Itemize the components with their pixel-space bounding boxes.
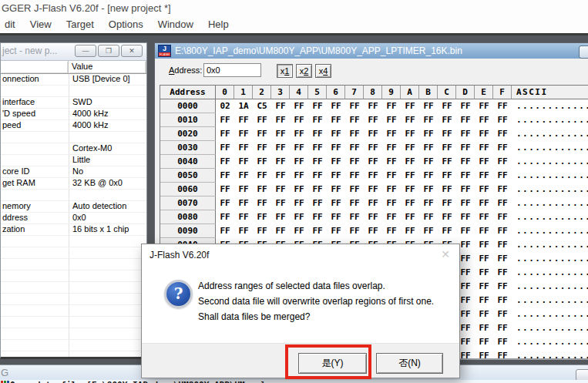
hex-byte-cell[interactable]: FF <box>345 183 364 197</box>
project-setting-row[interactable] <box>1 190 146 201</box>
hex-byte-cell[interactable]: FF <box>216 169 234 183</box>
hex-byte-cell[interactable]: FF <box>401 224 419 238</box>
restore-button[interactable]: ❐ <box>98 45 119 57</box>
hex-byte-cell[interactable]: FF <box>234 224 253 238</box>
hex-byte-cell[interactable]: FF <box>234 183 253 197</box>
hex-byte-cell[interactable]: FF <box>308 210 327 224</box>
hex-byte-cell[interactable]: FF <box>475 210 493 224</box>
zoom-x2-button[interactable]: x2 <box>296 64 312 78</box>
hex-byte-cell[interactable]: FF <box>438 113 456 127</box>
hex-byte-cell[interactable]: FF <box>438 127 456 141</box>
hex-byte-cell[interactable]: FF <box>493 266 512 280</box>
hex-byte-cell[interactable]: FF <box>419 113 438 127</box>
menu-item-dit[interactable]: dit <box>5 18 15 30</box>
project-setting-row[interactable] <box>1 270 146 282</box>
project-window-titlebar[interactable]: ject - new p... — ❐ ✕ <box>1 43 146 61</box>
hex-byte-cell[interactable]: FF <box>271 113 290 127</box>
project-setting-row[interactable]: ddress0x0 <box>1 213 146 224</box>
hex-byte-cell[interactable]: FF <box>401 183 419 197</box>
hex-byte-cell[interactable]: FF <box>401 155 419 169</box>
hex-byte-cell[interactable]: FF <box>327 197 345 210</box>
hex-byte-cell[interactable]: FF <box>456 141 475 155</box>
no-button[interactable]: 否(N) <box>376 353 443 374</box>
project-setting-row[interactable] <box>1 236 146 247</box>
hex-byte-cell[interactable]: FF <box>271 183 290 197</box>
hex-byte-cell[interactable]: FF <box>345 224 364 238</box>
column-header-name[interactable] <box>1 61 69 73</box>
hex-byte-cell[interactable]: FF <box>216 141 234 155</box>
hex-byte-cell[interactable]: FF <box>493 210 512 224</box>
hex-byte-cell[interactable]: FF <box>308 183 327 197</box>
hex-byte-cell[interactable]: FF <box>419 210 438 224</box>
project-setting-row[interactable] <box>1 351 146 359</box>
hex-byte-cell[interactable]: FF <box>493 238 512 252</box>
hex-byte-cell[interactable]: FF <box>345 141 364 155</box>
hex-byte-cell[interactable]: FF <box>475 307 493 321</box>
hex-byte-cell[interactable]: FF <box>345 99 364 113</box>
project-setting-row[interactable] <box>1 294 146 305</box>
zoom-x4-button[interactable]: x4 <box>315 64 331 78</box>
hex-byte-cell[interactable]: FF <box>308 141 327 155</box>
hex-byte-cell[interactable]: FF <box>253 155 271 169</box>
hex-byte-cell[interactable]: FF <box>216 155 234 169</box>
hex-byte-cell[interactable]: FF <box>493 224 512 238</box>
hex-byte-cell[interactable]: FF <box>271 99 290 113</box>
hex-byte-cell[interactable]: FF <box>419 155 438 169</box>
project-setting-row[interactable]: Little <box>1 155 146 166</box>
hex-byte-cell[interactable]: FF <box>456 224 475 238</box>
hex-byte-cell[interactable]: FF <box>234 169 253 183</box>
hex-byte-cell[interactable]: FF <box>290 113 308 127</box>
hex-byte-cell[interactable]: FF <box>364 127 382 141</box>
menu-item-help[interactable]: Help <box>208 18 229 30</box>
hex-byte-cell[interactable]: FF <box>475 197 493 210</box>
hex-byte-cell[interactable]: FF <box>438 197 456 210</box>
hex-byte-cell[interactable]: FF <box>493 252 512 266</box>
hex-byte-cell[interactable]: FF <box>290 197 308 210</box>
close-icon[interactable]: ✕ <box>441 248 450 260</box>
close-button[interactable]: ✕ <box>121 45 143 57</box>
project-setting-row[interactable]: 'D speed4000 kHz <box>1 109 146 120</box>
hex-byte-cell[interactable]: FF <box>493 307 512 321</box>
project-setting-row[interactable] <box>1 317 146 328</box>
hex-byte-cell[interactable]: 02 <box>216 99 234 113</box>
hex-byte-cell[interactable]: FF <box>345 127 364 141</box>
hex-byte-cell[interactable]: FF <box>456 113 475 127</box>
hex-byte-cell[interactable]: FF <box>456 127 475 141</box>
hex-byte-cell[interactable]: FF <box>327 141 345 155</box>
hex-byte-cell[interactable]: FF <box>327 99 345 113</box>
hex-byte-cell[interactable]: FF <box>327 127 345 141</box>
zoom-x1-button[interactable]: x1 <box>277 64 293 78</box>
hex-byte-cell[interactable]: FF <box>327 169 345 183</box>
hex-byte-cell[interactable]: FF <box>382 99 401 113</box>
hex-byte-cell[interactable]: FF <box>419 197 438 210</box>
project-setting-row[interactable]: core IDNo <box>1 166 146 178</box>
hex-byte-cell[interactable]: FF <box>401 197 419 210</box>
hex-byte-cell[interactable]: FF <box>234 127 253 141</box>
hex-byte-cell[interactable]: FF <box>308 224 327 238</box>
hex-byte-cell[interactable]: FF <box>345 155 364 169</box>
project-setting-row[interactable] <box>1 340 146 351</box>
hex-byte-cell[interactable]: FF <box>327 155 345 169</box>
hex-byte-cell[interactable]: FF <box>290 210 308 224</box>
project-setting-row[interactable] <box>1 282 146 294</box>
hex-byte-cell[interactable]: FF <box>493 113 512 127</box>
hex-byte-cell[interactable]: FF <box>364 224 382 238</box>
hex-byte-cell[interactable]: FF <box>438 224 456 238</box>
hex-byte-cell[interactable]: FF <box>253 210 271 224</box>
hex-byte-cell[interactable]: FF <box>216 183 234 197</box>
hex-byte-cell[interactable]: FF <box>364 113 382 127</box>
project-setting-row[interactable]: peed4000 kHz <box>1 120 146 132</box>
hex-byte-cell[interactable]: FF <box>493 321 512 335</box>
column-header-value[interactable]: Value <box>69 61 146 73</box>
hex-byte-cell[interactable]: FF <box>234 141 253 155</box>
hex-byte-cell[interactable]: FF <box>493 183 512 197</box>
project-setting-row[interactable] <box>1 247 146 259</box>
hex-byte-cell[interactable]: FF <box>419 127 438 141</box>
project-setting-row[interactable]: nemoryAuto detection <box>1 201 146 213</box>
hex-byte-cell[interactable]: FF <box>475 113 493 127</box>
hex-byte-cell[interactable]: FF <box>475 349 493 360</box>
hex-byte-cell[interactable]: FF <box>419 141 438 155</box>
hex-byte-cell[interactable]: FF <box>419 169 438 183</box>
hex-byte-cell[interactable]: FF <box>438 169 456 183</box>
hex-byte-cell[interactable]: FF <box>475 169 493 183</box>
